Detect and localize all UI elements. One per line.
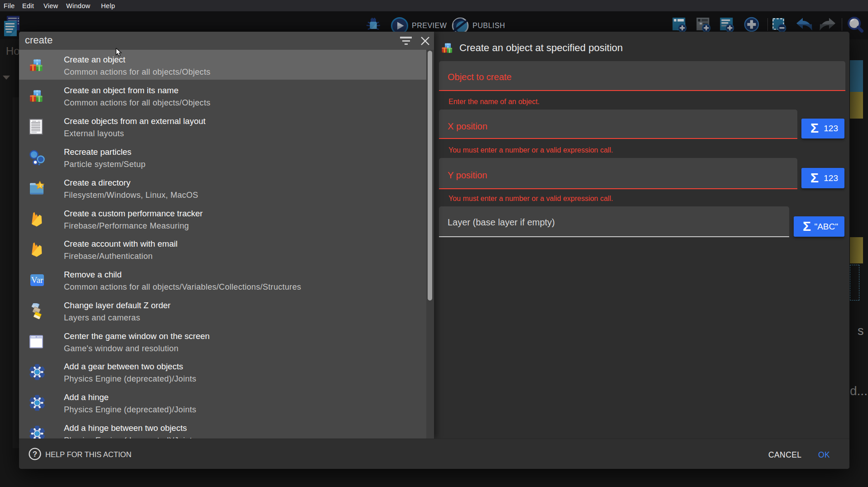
svg-text:?: ? [33,450,37,458]
